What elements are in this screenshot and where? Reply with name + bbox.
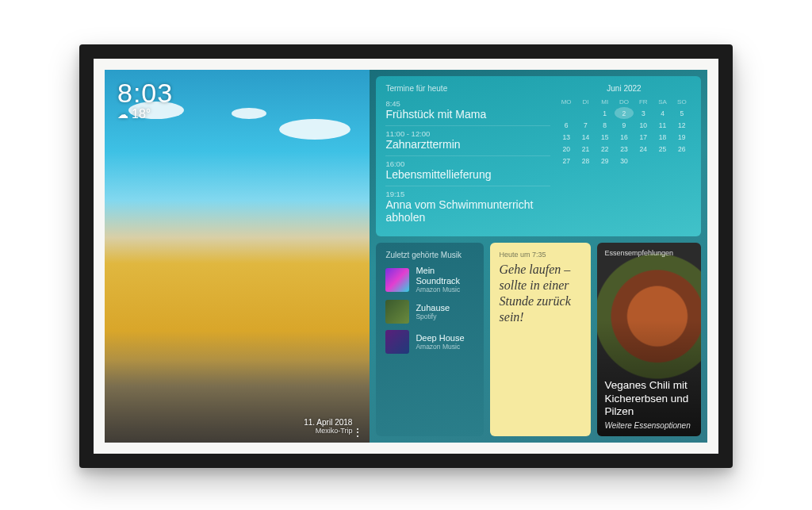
music-title: Zuletzt gehörte Musik xyxy=(385,251,473,259)
cloud-decoration xyxy=(279,119,350,140)
calendar-day[interactable]: 21 xyxy=(576,143,595,155)
calendar-day[interactable]: 2 xyxy=(615,107,634,119)
device-mat: 8:03 18° 11. April 2018 Mexiko-Trip ⋮ Te… xyxy=(94,59,718,454)
sticky-note-card[interactable]: Heute um 7:35 Gehe laufen – sollte in ei… xyxy=(490,243,591,436)
track-name: Zuhause xyxy=(416,303,450,313)
schedule-event[interactable]: 8:45 Frühstück mit Mama xyxy=(385,96,550,126)
calendar-day[interactable]: 6 xyxy=(557,119,576,131)
photo-album: Mexiko-Trip xyxy=(105,427,352,435)
music-track[interactable]: Mein Soundtrack Amazon Music xyxy=(385,263,473,296)
music-track[interactable]: Deep House Amazon Music xyxy=(385,327,473,357)
screen: 8:03 18° 11. April 2018 Mexiko-Trip ⋮ Te… xyxy=(105,70,707,443)
calendar-day[interactable]: 22 xyxy=(596,143,615,155)
calendar-row: 6789101112 xyxy=(557,119,691,131)
more-options-icon[interactable]: ⋮ xyxy=(352,428,363,436)
calendar-day[interactable]: 14 xyxy=(576,131,595,143)
calendar-day[interactable]: 1 xyxy=(596,107,615,119)
calendar-month: Juni 2022 xyxy=(557,84,691,93)
calendar-day[interactable]: 24 xyxy=(634,143,653,155)
music-card[interactable]: Zuletzt gehörte Musik Mein Soundtrack Am… xyxy=(376,243,483,436)
calendar-weekdays: MODIMIDOFRSASO xyxy=(557,96,691,107)
calendar-weekday: DI xyxy=(576,96,595,107)
calendar-day[interactable]: 4 xyxy=(653,107,672,119)
calendar-day[interactable]: 7 xyxy=(576,119,595,131)
calendar-day[interactable]: 25 xyxy=(653,143,672,155)
calendar-day[interactable]: 3 xyxy=(634,107,653,119)
photo-panel[interactable]: 8:03 18° 11. April 2018 Mexiko-Trip ⋮ xyxy=(105,70,370,443)
calendar-row: 20212223242526 xyxy=(557,143,691,155)
mini-calendar[interactable]: Juni 2022 MODIMIDOFRSASO 123456789101112… xyxy=(557,84,691,228)
calendar-day[interactable]: 5 xyxy=(672,107,691,119)
event-time: 8:45 xyxy=(385,99,550,108)
track-source: Spotify xyxy=(416,313,450,320)
calendar-day[interactable]: 27 xyxy=(557,155,576,167)
calendar-day[interactable]: 30 xyxy=(615,155,634,167)
event-label: Zahnarzttermin xyxy=(385,138,550,151)
cloud-decoration xyxy=(232,108,266,119)
event-time: 19:15 xyxy=(385,190,550,198)
calendar-day[interactable]: 10 xyxy=(634,119,653,131)
schedule-calendar-card[interactable]: Termine für heute 8:45 Frühstück mit Mam… xyxy=(376,76,701,236)
temperature: 18° xyxy=(132,107,151,121)
calendar-day[interactable]: 16 xyxy=(615,131,634,143)
calendar-day[interactable]: 11 xyxy=(653,119,672,131)
calendar-day[interactable]: 12 xyxy=(672,119,691,131)
event-time: 16:00 xyxy=(385,159,550,168)
calendar-day xyxy=(672,155,691,167)
recipe-name: Veganes Chili mit Kichererbsen und Pilze… xyxy=(605,379,693,418)
more-food-link[interactable]: Weitere Essensoptionen xyxy=(605,421,693,430)
calendar-day[interactable]: 17 xyxy=(634,131,653,143)
track-name: Mein Soundtrack xyxy=(416,266,473,285)
calendar-day[interactable]: 19 xyxy=(672,131,691,143)
calendar-day xyxy=(634,155,653,167)
schedule-event[interactable]: 11:00 - 12:00 Zahnarzttermin xyxy=(385,126,550,156)
calendar-day[interactable]: 9 xyxy=(615,119,634,131)
calendar-row: 12345 xyxy=(557,107,691,119)
calendar-day[interactable]: 29 xyxy=(596,155,615,167)
calendar-weekday: SO xyxy=(672,96,691,107)
calendar-row: 27282930 xyxy=(557,155,691,167)
calendar-day xyxy=(576,107,595,119)
event-label: Lebensmittellieferung xyxy=(385,168,550,181)
calendar-weekday: MI xyxy=(596,96,615,107)
note-timestamp: Heute um 7:35 xyxy=(500,251,581,259)
event-label: Frühstück mit Mama xyxy=(385,108,550,121)
note-text: Gehe laufen – sollte in einer Stunde zur… xyxy=(500,262,581,325)
calendar-day xyxy=(557,107,576,119)
calendar-day[interactable]: 28 xyxy=(576,155,595,167)
calendar-day[interactable]: 26 xyxy=(672,143,691,155)
schedule-event[interactable]: 19:15 Anna vom Schwimmunterricht abholen xyxy=(385,186,550,228)
widgets-column: Termine für heute 8:45 Frühstück mit Mam… xyxy=(370,70,707,443)
event-time: 11:00 - 12:00 xyxy=(385,129,550,138)
clock-weather[interactable]: 8:03 18° xyxy=(117,78,173,121)
calendar-day[interactable]: 13 xyxy=(557,131,576,143)
calendar-day[interactable]: 8 xyxy=(596,119,615,131)
food-title: Essensempfehlungen xyxy=(605,249,674,257)
calendar-day[interactable]: 23 xyxy=(615,143,634,155)
photo-date: 11. April 2018 xyxy=(105,418,352,427)
schedule-event[interactable]: 16:00 Lebensmittellieferung xyxy=(385,156,550,186)
album-art xyxy=(385,300,409,324)
track-source: Amazon Music xyxy=(416,286,473,293)
calendar-weekday: FR xyxy=(634,96,653,107)
calendar-day[interactable]: 20 xyxy=(557,143,576,155)
bottom-widget-row: Zuletzt gehörte Musik Mein Soundtrack Am… xyxy=(376,243,701,436)
calendar-row: 13141516171819 xyxy=(557,131,691,143)
calendar-day xyxy=(653,155,672,167)
calendar-day[interactable]: 18 xyxy=(653,131,672,143)
clock-time: 8:03 xyxy=(117,78,173,109)
calendar-day[interactable]: 15 xyxy=(596,131,615,143)
photo-metadata: 11. April 2018 Mexiko-Trip xyxy=(105,418,370,435)
food-recommendation-card[interactable]: Essensempfehlungen Veganes Chili mit Kic… xyxy=(597,243,701,436)
schedule-title: Termine für heute xyxy=(385,84,550,93)
track-name: Deep House xyxy=(416,333,464,343)
music-track[interactable]: Zuhause Spotify xyxy=(385,297,473,327)
calendar-weekday: MO xyxy=(557,96,576,107)
calendar-weekday: DO xyxy=(615,96,634,107)
calendar-weekday: SA xyxy=(653,96,672,107)
device-frame: 8:03 18° 11. April 2018 Mexiko-Trip ⋮ Te… xyxy=(79,44,733,468)
track-source: Amazon Music xyxy=(416,343,464,351)
album-art xyxy=(385,330,409,354)
event-label: Anna vom Schwimmunterricht abholen xyxy=(385,198,550,224)
album-art xyxy=(385,268,409,292)
